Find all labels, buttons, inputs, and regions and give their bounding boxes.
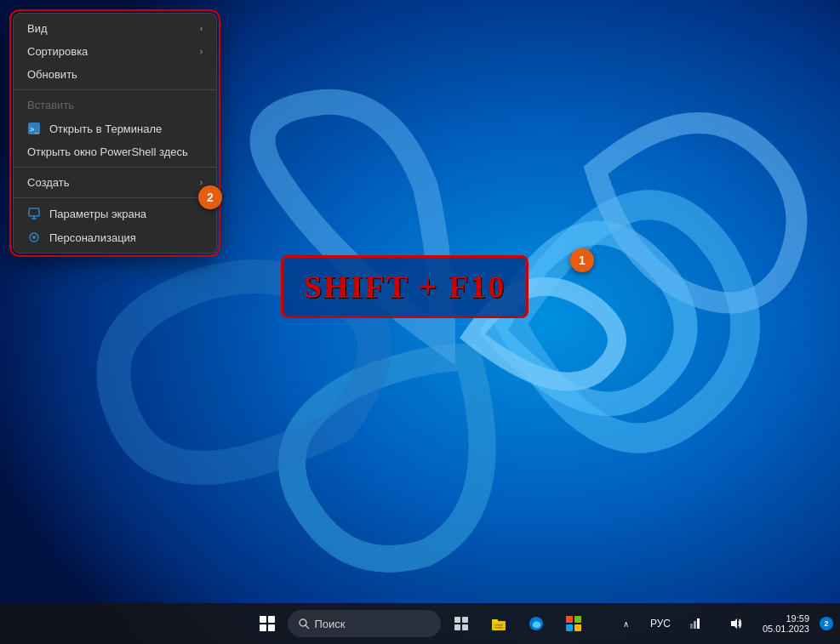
- taskbar: Поиск: [0, 603, 840, 644]
- menu-item-sort-label: Сортировка: [27, 45, 88, 58]
- menu-item-terminal[interactable]: >_ Открыть в Терминале: [14, 117, 216, 140]
- svg-rect-20: [566, 624, 573, 631]
- search-placeholder: Поиск: [315, 618, 346, 630]
- menu-item-personalize[interactable]: Персонализация: [14, 225, 216, 249]
- svg-rect-15: [492, 619, 498, 622]
- svg-rect-17: [494, 627, 503, 629]
- volume-icon: [729, 617, 742, 630]
- menu-item-paste-label: Вставить: [27, 99, 74, 111]
- annotation-circle-2: 2: [198, 185, 222, 209]
- volume-button[interactable]: [718, 607, 752, 641]
- menu-item-refresh[interactable]: Обновить: [14, 63, 216, 86]
- annotation-1-label: 1: [579, 254, 586, 267]
- menu-item-sort-arrow: ›: [200, 47, 203, 56]
- edge-icon: [528, 615, 545, 632]
- win-logo-tl: [260, 616, 266, 623]
- svg-rect-18: [566, 616, 573, 623]
- win-logo-bl: [260, 624, 266, 631]
- personalize-icon: [27, 231, 41, 244]
- menu-item-display[interactable]: Параметры экрана: [14, 202, 216, 225]
- svg-point-7: [32, 236, 36, 239]
- menu-divider-3: [14, 197, 216, 198]
- menu-item-new-label: Создать: [27, 176, 69, 189]
- menu-divider-2: [14, 167, 216, 168]
- hidden-icons-button[interactable]: ∧: [609, 607, 643, 641]
- windows-logo: [260, 616, 275, 631]
- menu-item-paste: Вставить: [14, 94, 216, 117]
- file-explorer-button[interactable]: [482, 607, 516, 641]
- svg-rect-12: [454, 624, 460, 630]
- svg-rect-3: [29, 208, 39, 216]
- language-indicator[interactable]: РУС: [650, 618, 671, 630]
- menu-item-view-arrow: ›: [200, 24, 203, 33]
- network-icon: [688, 617, 701, 630]
- win-logo-tr: [268, 616, 275, 623]
- menu-item-terminal-label: Открыть в Терминале: [49, 123, 162, 135]
- start-button[interactable]: [250, 607, 284, 641]
- svg-text:>_: >_: [30, 125, 39, 134]
- svg-rect-19: [574, 616, 581, 623]
- menu-item-view[interactable]: Вид ›: [14, 17, 216, 40]
- store-icon: [565, 615, 582, 632]
- svg-line-9: [306, 625, 309, 629]
- svg-marker-25: [731, 618, 737, 629]
- task-view-button[interactable]: [444, 607, 478, 641]
- svg-rect-16: [494, 624, 503, 626]
- svg-point-8: [300, 619, 306, 626]
- menu-item-powershell[interactable]: Открыть окно PowerShell здесь: [14, 140, 216, 163]
- svg-rect-22: [690, 624, 693, 629]
- search-bar[interactable]: Поиск: [288, 610, 441, 637]
- svg-rect-11: [462, 617, 468, 623]
- menu-item-new-arrow: ›: [200, 178, 203, 187]
- menu-item-powershell-label: Открыть окно PowerShell здесь: [27, 145, 188, 158]
- clock-time: 19:59: [786, 613, 809, 624]
- annotation-circle-1: 1: [570, 248, 594, 272]
- file-explorer-icon: [490, 615, 507, 632]
- svg-rect-24: [697, 618, 700, 629]
- menu-item-refresh-label: Обновить: [27, 68, 77, 81]
- clock[interactable]: 19:59 05.01.2023: [759, 612, 813, 635]
- taskbar-center: Поиск: [250, 607, 591, 641]
- desktop: Lumpics Ru Google Chrome Вид › Сортировк…: [0, 0, 840, 644]
- menu-item-new[interactable]: Создать ›: [14, 171, 216, 194]
- menu-item-sort[interactable]: Сортировка ›: [14, 40, 216, 63]
- svg-rect-10: [454, 617, 460, 623]
- taskbar-right: ∧ РУС: [609, 607, 840, 641]
- display-icon: [27, 207, 41, 220]
- search-icon: [298, 618, 310, 630]
- menu-item-personalize-label: Персонализация: [49, 231, 136, 244]
- network-button[interactable]: [677, 607, 711, 641]
- store-button[interactable]: [557, 607, 591, 641]
- task-view-icon: [454, 616, 469, 631]
- menu-divider-1: [14, 89, 216, 90]
- edge-button[interactable]: [519, 607, 553, 641]
- context-menu: Вид › Сортировка › Обновить Вставить >_ …: [13, 13, 217, 254]
- notification-count: 2: [824, 619, 828, 628]
- language-text: РУС: [650, 618, 671, 630]
- shortcut-text: SHIFT + F10: [304, 269, 506, 305]
- annotation-2-label: 2: [207, 191, 214, 204]
- menu-item-view-label: Вид: [27, 22, 48, 35]
- svg-rect-23: [694, 621, 696, 629]
- notification-badge[interactable]: 2: [820, 617, 833, 630]
- terminal-icon: >_: [27, 122, 41, 135]
- clock-date: 05.01.2023: [763, 624, 809, 634]
- menu-item-display-label: Параметры экрана: [49, 208, 146, 220]
- svg-rect-21: [574, 624, 581, 631]
- win-logo-br: [268, 624, 275, 631]
- shortcut-display-box: SHIFT + F10: [281, 255, 529, 318]
- svg-rect-13: [462, 624, 468, 630]
